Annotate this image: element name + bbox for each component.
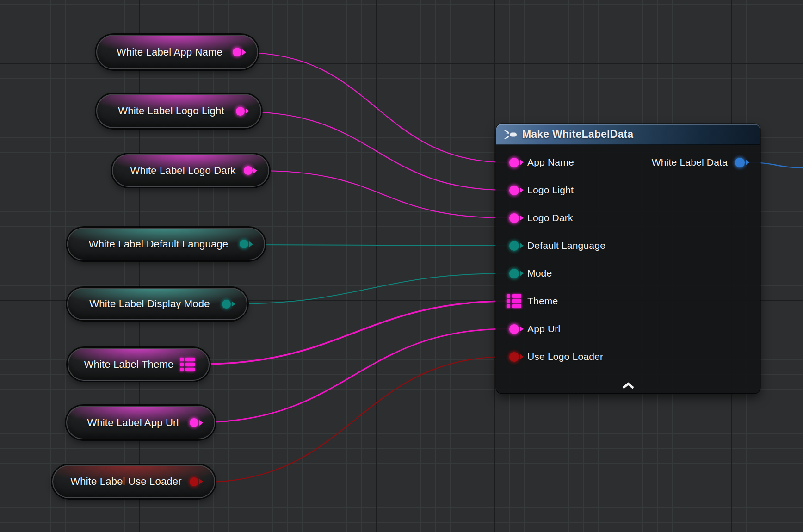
- wire-app-name[interactable]: [245, 53, 507, 162]
- input-pin-label: Theme: [527, 296, 558, 307]
- variable-node-white-label-theme[interactable]: White Label Theme: [68, 348, 210, 381]
- input-pin-row: Default Language: [509, 232, 605, 260]
- variable-node-white-label-app-url[interactable]: White Label App Url: [66, 406, 215, 439]
- struct-output-pin[interactable]: [180, 358, 195, 371]
- collapse-node-button[interactable]: [621, 382, 635, 389]
- wire-app-url[interactable]: [199, 329, 507, 422]
- enum-output-pin[interactable]: [240, 240, 248, 248]
- input-pin-label: App Url: [527, 323, 560, 334]
- make-struct-icon: [504, 130, 518, 140]
- enum-output-pin[interactable]: [222, 300, 231, 309]
- wire-default-language[interactable]: [252, 245, 507, 246]
- struct-pin-cell: [512, 299, 521, 303]
- wire-logo-dark[interactable]: [258, 171, 507, 218]
- bool-output-pin[interactable]: [190, 477, 198, 486]
- struct-pin-cell: [180, 363, 184, 366]
- variable-node-label: White Label App Name: [111, 46, 228, 58]
- struct-data-output-pin[interactable]: [735, 158, 745, 167]
- variable-node-white-label-logo-dark[interactable]: White Label Logo Dark: [112, 154, 269, 187]
- variable-node-label: White Label Display Mode: [82, 298, 217, 310]
- struct-pin-cell: [180, 368, 184, 371]
- variable-node-white-label-app-name[interactable]: White Label App Name: [96, 35, 258, 69]
- variable-node-white-label-default-language[interactable]: White Label Default Language: [67, 228, 265, 260]
- bool-input-pin[interactable]: [509, 352, 519, 362]
- struct-input-pin[interactable]: [507, 294, 521, 308]
- variable-node-white-label-display-mode[interactable]: White Label Display Mode: [67, 288, 247, 320]
- string-input-pin[interactable]: [509, 186, 519, 195]
- struct-pin-cell: [507, 304, 510, 308]
- string-output-pin[interactable]: [236, 107, 245, 116]
- variable-node-label: White Label Default Language: [82, 238, 235, 250]
- string-input-pin[interactable]: [509, 324, 519, 334]
- node-body: White Label Data App Name Logo Light Log…: [496, 145, 760, 393]
- input-pin-label: Default Language: [527, 240, 605, 251]
- output-pin-row: White Label Data: [652, 148, 745, 176]
- input-pin-row: Theme: [507, 287, 558, 315]
- node-header[interactable]: Make WhiteLabelData: [496, 124, 760, 145]
- blueprint-graph-canvas[interactable]: White Label App Name White Label Logo Li…: [0, 0, 803, 532]
- input-pin-row: Logo Light: [509, 176, 574, 204]
- string-output-pin[interactable]: [233, 48, 241, 56]
- wire-display-mode[interactable]: [232, 273, 507, 304]
- input-pin-label: Use Logo Loader: [527, 351, 603, 362]
- input-pin-row: App Name: [509, 148, 574, 176]
- make-whitelabeldata-node[interactable]: Make WhiteLabelData White Label Data App…: [496, 124, 760, 393]
- struct-pin-cell: [507, 299, 510, 303]
- input-pin-label: Logo Dark: [527, 212, 573, 223]
- struct-pin-cell: [512, 304, 521, 308]
- variable-node-label: White Label Theme: [82, 359, 175, 371]
- input-pin-row: Logo Dark: [509, 204, 573, 232]
- node-title: Make WhiteLabelData: [522, 128, 633, 141]
- variable-node-label: White Label Use Loader: [67, 476, 185, 488]
- input-pin-label: App Name: [527, 157, 574, 168]
- input-pin-label: Mode: [527, 268, 552, 279]
- struct-pin-cell: [507, 294, 510, 298]
- variable-node-white-label-use-loader[interactable]: White Label Use Loader: [52, 465, 215, 498]
- output-pin-label: White Label Data: [652, 157, 728, 168]
- struct-pin-cell: [185, 363, 195, 366]
- wire-use-loader[interactable]: [204, 357, 507, 482]
- enum-input-pin[interactable]: [509, 241, 519, 251]
- string-input-pin[interactable]: [509, 213, 519, 223]
- variable-node-label: White Label Logo Dark: [127, 165, 239, 177]
- wire-logo-light[interactable]: [246, 112, 507, 190]
- string-input-pin[interactable]: [509, 158, 519, 167]
- struct-pin-cell: [512, 294, 521, 298]
- variable-node-label: White Label Logo Light: [111, 105, 231, 117]
- struct-pin-cell: [185, 368, 195, 371]
- string-output-pin[interactable]: [244, 166, 253, 175]
- input-pin-row: App Url: [509, 315, 560, 343]
- input-pin-label: Logo Light: [527, 185, 574, 196]
- input-pin-row: Mode: [509, 260, 552, 287]
- string-output-pin[interactable]: [190, 418, 198, 427]
- enum-input-pin[interactable]: [509, 269, 519, 278]
- struct-pin-cell: [180, 358, 184, 361]
- variable-node-label: White Label App Url: [81, 417, 185, 429]
- struct-pin-cell: [185, 358, 195, 361]
- variable-node-white-label-logo-light[interactable]: White Label Logo Light: [96, 94, 261, 128]
- chevron-up-icon: [621, 382, 635, 389]
- input-pin-row: Use Logo Loader: [509, 343, 603, 371]
